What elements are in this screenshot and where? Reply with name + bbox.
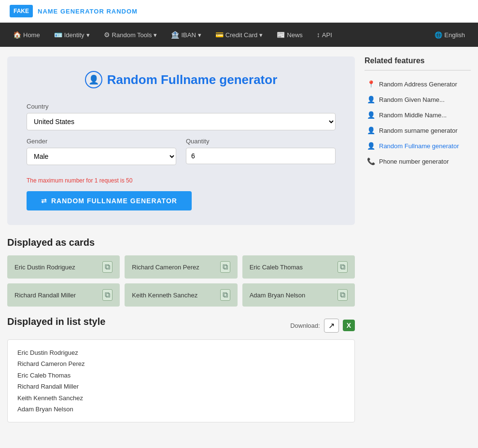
nav-iban[interactable]: 🏦 IBAN ▾ <box>165 27 207 42</box>
name-card-1: Richard Cameron Perez ⧉ <box>125 255 237 279</box>
person-icon-surname: 👤 <box>367 126 375 134</box>
quantity-label: Quantity <box>186 138 336 145</box>
gender-select[interactable]: Male Female Any <box>27 148 176 165</box>
generator-title: 👤 Random Fullname generator <box>27 71 336 88</box>
sidebar-item-given-name[interactable]: 👤 Random Given Name... <box>365 92 471 107</box>
quantity-group: Quantity <box>186 138 336 165</box>
name-card-0: Eric Dustin Rodriguez ⧉ <box>7 255 120 279</box>
home-icon: 🏠 <box>13 31 21 39</box>
person-icon-given: 👤 <box>367 96 375 103</box>
generate-icon: ⇄ <box>41 197 47 205</box>
sidebar: Related features 📍 Random Address Genera… <box>365 56 471 422</box>
sidebar-item-given-name-label: Random Given Name... <box>379 96 445 103</box>
main-container: 👤 Random Fullname generator Country Unit… <box>0 56 478 422</box>
nav-identity-label: Identity <box>64 31 84 39</box>
list-name-3: Richard Randall Miller <box>17 381 345 392</box>
copy-button-4[interactable]: ⧉ <box>220 289 230 301</box>
list-section-title: Displayed in list style <box>7 316 105 327</box>
chevron-down-icon: ▾ <box>86 31 90 39</box>
copy-button-3[interactable]: ⧉ <box>102 289 112 301</box>
sidebar-item-fullname[interactable]: 👤 Random Fullname generator <box>365 138 471 154</box>
language-selector[interactable]: 🌐 English <box>429 28 471 42</box>
name-card-label-5: Adam Bryan Nelson <box>250 292 306 299</box>
copy-button-2[interactable]: ⧉ <box>337 261 348 273</box>
random-tools-icon: ⚙ <box>104 31 110 39</box>
api-icon: ↕ <box>317 31 320 39</box>
sidebar-item-address[interactable]: 📍 Random Address Generator <box>365 76 471 92</box>
gender-group: Gender Male Female Any <box>27 138 176 165</box>
credit-card-icon: 💳 <box>215 31 224 39</box>
sidebar-item-middle-name[interactable]: 👤 Random Middle Name... <box>365 107 471 123</box>
gender-label: Gender <box>27 138 176 145</box>
generator-box: 👤 Random Fullname generator Country Unit… <box>7 56 355 225</box>
name-card-5: Adam Bryan Nelson ⧉ <box>242 283 355 307</box>
country-group: Country United States United Kingdom Can… <box>27 103 336 130</box>
person-icon-fullname: 👤 <box>367 142 375 150</box>
copy-button-5[interactable]: ⧉ <box>337 289 348 301</box>
phone-icon: 📞 <box>367 157 375 165</box>
chevron-down-icon: ▾ <box>154 31 157 39</box>
sidebar-title: Related features <box>365 56 471 70</box>
language-label: English <box>444 31 465 39</box>
location-icon: 📍 <box>367 80 375 88</box>
generate-button[interactable]: ⇄ RANDOM FULLNAME GENERATOR <box>27 191 192 210</box>
sidebar-item-surname-label: Random surname generator <box>379 127 458 134</box>
name-card-label-2: Eric Caleb Thomas <box>250 264 303 271</box>
nav-random-tools[interactable]: ⚙ Random Tools ▾ <box>98 27 163 42</box>
list-name-0: Eric Dustin Rodriguez <box>17 347 345 358</box>
download-text-button[interactable]: ↗ <box>324 319 339 333</box>
quantity-input[interactable] <box>186 148 336 164</box>
nav-items: 🏠 Home 🪪 Identity ▾ ⚙ Random Tools ▾ 🏦 I… <box>7 27 429 42</box>
person-icon-middle: 👤 <box>367 111 375 119</box>
names-list-box: Eric Dustin Rodriguez Richard Cameron Pe… <box>7 339 355 422</box>
name-card-label-1: Richard Cameron Perez <box>132 264 199 271</box>
nav-home[interactable]: 🏠 Home <box>7 27 46 42</box>
sidebar-item-phone-label: Phone number generator <box>379 158 449 165</box>
nav-api[interactable]: ↕ API <box>311 27 338 42</box>
name-card-label-3: Richard Randall Miller <box>14 292 76 299</box>
list-name-5: Adam Bryan Nelson <box>17 404 345 415</box>
download-excel-button[interactable]: X <box>343 320 355 331</box>
nav-news[interactable]: 📰 News <box>271 27 309 42</box>
sidebar-item-middle-name-label: Random Middle Name... <box>379 112 447 119</box>
nav-credit-card-label: Credit Card <box>225 31 257 39</box>
iban-icon: 🏦 <box>171 31 179 39</box>
download-label: Download: <box>290 322 320 329</box>
nav-identity[interactable]: 🪪 Identity ▾ <box>48 27 96 42</box>
nav-iban-label: IBAN <box>181 31 196 39</box>
list-section-header: Displayed in list style Download: ↗ X <box>7 316 355 335</box>
top-bar: FAKE NAME GENERATOR RANDOM <box>0 0 478 23</box>
name-card-label-4: Keith Kenneth Sanchez <box>132 292 197 299</box>
chevron-down-icon: ▾ <box>198 31 201 39</box>
sidebar-item-surname[interactable]: 👤 Random surname generator <box>365 123 471 138</box>
globe-icon: 🌐 <box>435 31 442 39</box>
max-hint: The maximum number for 1 request is 50 <box>27 177 336 184</box>
list-name-2: Eric Caleb Thomas <box>17 370 345 381</box>
nav-news-label: News <box>287 31 303 39</box>
name-card-2: Eric Caleb Thomas ⧉ <box>242 255 355 279</box>
sidebar-item-fullname-label: Random Fullname generator <box>379 142 459 150</box>
nav-credit-card[interactable]: 💳 Credit Card ▾ <box>210 27 268 42</box>
nav-api-label: API <box>322 31 332 39</box>
name-card-4: Keith Kenneth Sanchez ⧉ <box>125 283 237 307</box>
identity-icon: 🪪 <box>54 31 62 39</box>
excel-icon: X <box>347 322 351 329</box>
site-name: NAME GENERATOR RANDOM <box>38 8 138 15</box>
person-icon: 👤 <box>85 71 102 88</box>
download-area: Download: ↗ X <box>290 319 355 333</box>
name-card-label-0: Eric Dustin Rodriguez <box>14 264 75 271</box>
list-name-4: Keith Kenneth Sanchez <box>17 392 345 404</box>
sidebar-item-phone[interactable]: 📞 Phone number generator <box>365 154 471 169</box>
country-select[interactable]: United States United Kingdom Canada Aust… <box>27 113 336 130</box>
list-section: Displayed in list style Download: ↗ X Er… <box>7 316 355 422</box>
list-name-1: Richard Cameron Perez <box>17 358 345 369</box>
nav-random-tools-label: Random Tools <box>112 31 152 39</box>
copy-button-1[interactable]: ⧉ <box>220 261 230 273</box>
copy-button-0[interactable]: ⧉ <box>102 261 112 273</box>
chevron-down-icon: ▾ <box>259 31 263 39</box>
cards-grid: Eric Dustin Rodriguez ⧉ Richard Cameron … <box>7 255 355 307</box>
nav-home-label: Home <box>23 31 40 39</box>
download-text-icon: ↗ <box>328 322 335 330</box>
sidebar-item-address-label: Random Address Generator <box>379 81 457 88</box>
cards-section: Displayed as cards Eric Dustin Rodriguez… <box>7 237 355 307</box>
